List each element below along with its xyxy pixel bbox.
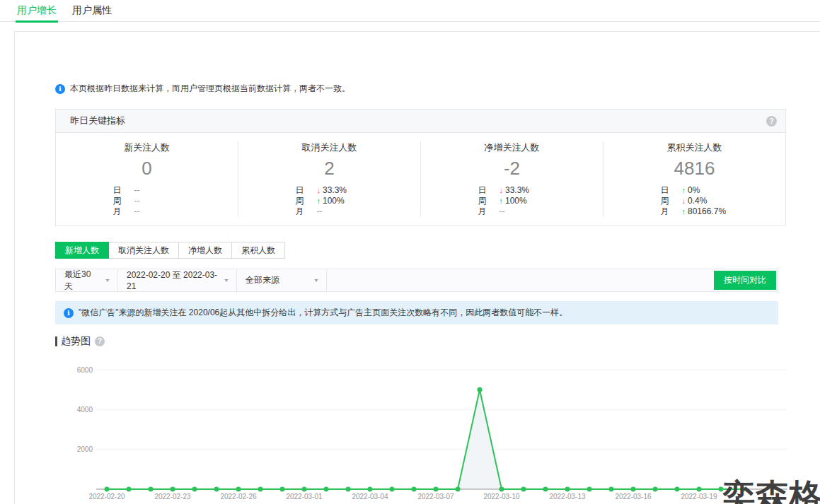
data-point: [280, 487, 285, 492]
period-dropdown[interactable]: 最近30天 ▼: [56, 269, 118, 291]
tab-user-attributes[interactable]: 用户属性: [72, 1, 112, 21]
trend-value: ↑80166.7%: [682, 206, 727, 217]
data-point: [346, 487, 351, 492]
data-point: [543, 487, 548, 492]
arrow-down-icon: ↓: [317, 186, 321, 194]
metric-tab-3[interactable]: 累积人数: [231, 242, 285, 259]
trend-value: ↓33.3%: [317, 185, 347, 196]
trend-period-label: 月: [478, 206, 499, 217]
x-tick-label: 2022-02-23: [154, 493, 191, 500]
content-panel: i 本页根据昨日数据来计算，而用户管理页根据当前数据计算，两者不一致。 昨日关键…: [14, 31, 820, 504]
metric-label: 取消关注人数: [238, 141, 420, 154]
metric-tab-1[interactable]: 取消关注人数: [108, 242, 179, 259]
data-point: [171, 487, 175, 492]
arrow-up-icon: ↑: [317, 197, 321, 205]
trend-value: ↑100%: [317, 196, 345, 206]
metric-trend-row: 周--: [113, 196, 181, 206]
chevron-down-icon: ▼: [224, 278, 229, 283]
top-tabbar: 用户增长 用户属性: [0, 0, 820, 22]
metric-value: 0: [56, 157, 238, 180]
banner-text: "微信广告"来源的新增关注在 2020/06起从其他中拆分给出，计算方式与广告主…: [79, 307, 567, 319]
x-tick-label: 2022-03-07: [417, 493, 454, 500]
metric-trend-row: 月↑80166.7%: [661, 206, 729, 217]
trend-chart-svg: 2000400060002022-02-202022-02-232022-02-…: [57, 359, 793, 504]
x-tick-label: 2022-03-04: [352, 493, 388, 500]
data-point: [609, 487, 614, 492]
trend-value: --: [134, 206, 140, 217]
watermark: 奕森格: [722, 479, 820, 504]
metric-trend-row: 月--: [113, 206, 181, 217]
metric-label: 累积关注人数: [604, 141, 785, 154]
metric-card: 净增关注人数-2日↓33.3%周↑100%月--: [421, 141, 604, 217]
metric-value: 4816: [604, 157, 785, 180]
data-point: [697, 487, 702, 492]
metric-trend-rows: 日↓33.3%周↑100%月--: [478, 185, 546, 217]
data-point: [675, 487, 680, 492]
metric-trend-row: 日↑0%: [661, 185, 729, 196]
data-point: [105, 487, 110, 492]
date-range-dropdown[interactable]: 2022-02-20 至 2022-03-21 ▼: [118, 269, 237, 291]
data-point: [236, 487, 241, 492]
trend-value: --: [134, 185, 140, 196]
metric-trend-row: 周↑100%: [478, 196, 546, 206]
chevron-down-icon: ▼: [105, 278, 110, 283]
trend-value: ↓33.3%: [499, 185, 530, 196]
arrow-up-icon: ↑: [499, 197, 504, 205]
trend-period-label: 周: [113, 196, 134, 206]
compare-by-time-button[interactable]: 按时间对比: [714, 271, 776, 290]
help-icon[interactable]: ?: [95, 336, 105, 346]
metrics-body: 新关注人数0日--周--月--取消关注人数2日↓33.3%周↑100%月--净增…: [56, 133, 785, 225]
metric-label: 净增关注人数: [421, 141, 603, 154]
x-tick-label: 2022-03-19: [681, 493, 717, 500]
tab-user-growth[interactable]: 用户增长: [17, 1, 57, 21]
metric-trend-row: 日↓33.3%: [478, 185, 546, 196]
help-icon[interactable]: ?: [766, 116, 777, 127]
data-point: [478, 387, 483, 392]
x-tick-label: 2022-03-13: [549, 493, 586, 500]
metric-card: 新关注人数0日--周--月--: [56, 141, 238, 217]
metric-tab-2[interactable]: 净增人数: [178, 242, 232, 259]
metric-trend-row: 周↑100%: [296, 196, 364, 206]
data-point: [434, 487, 439, 492]
metric-tab-0[interactable]: 新增人数: [55, 242, 109, 259]
metric-trend-row: 日--: [113, 185, 181, 196]
trend-period-label: 月: [296, 206, 317, 217]
arrow-up-icon: ↑: [682, 207, 686, 216]
arrow-down-icon: ↓: [682, 197, 686, 205]
x-tick-label: 2022-02-20: [88, 493, 125, 500]
metrics-panel-title: 昨日关键指标: [70, 115, 125, 127]
arrow-up-icon: ↑: [682, 186, 686, 194]
trend-period-label: 月: [661, 206, 682, 217]
date-range-label: 2022-02-20 至 2022-03-21: [127, 269, 218, 291]
trend-period-label: 周: [296, 196, 317, 206]
source-dropdown[interactable]: 全部来源 ▼: [237, 269, 327, 291]
x-tick-label: 2022-03-10: [483, 493, 520, 500]
trend-value: --: [317, 206, 323, 217]
data-point: [302, 487, 307, 492]
data-point: [499, 487, 504, 492]
metric-trend-rows: 日↓33.3%周↑100%月--: [296, 185, 364, 217]
data-point: [149, 487, 154, 492]
trend-chart: 2000400060002022-02-202022-02-232022-02-…: [57, 359, 820, 504]
data-notice: i 本页根据昨日数据来计算，而用户管理页根据当前数据计算，两者不一致。: [55, 83, 820, 95]
source-dropdown-label: 全部来源: [246, 274, 279, 286]
data-point: [324, 487, 329, 492]
data-point: [631, 487, 636, 492]
trend-value: ↑100%: [499, 196, 527, 206]
data-point: [214, 487, 219, 492]
trend-value: ↓0.4%: [682, 196, 708, 206]
trend-section-header: 趋势图 ?: [55, 335, 820, 348]
data-point: [521, 487, 526, 492]
data-point: [412, 487, 417, 492]
trend-period-label: 月: [113, 206, 134, 217]
series-area: [107, 389, 743, 489]
trend-period-label: 日: [661, 185, 682, 196]
key-metrics-panel: 昨日关键指标 ? 新关注人数0日--周--月--取消关注人数2日↓33.3%周↑…: [55, 109, 786, 226]
y-tick-label: 2000: [77, 445, 93, 453]
metric-trend-row: 周↓0.4%: [661, 196, 729, 206]
data-point: [258, 487, 263, 492]
data-point: [653, 487, 658, 492]
metric-card: 取消关注人数2日↓33.3%周↑100%月--: [238, 141, 421, 217]
trend-period-label: 日: [113, 185, 134, 196]
trend-period-label: 日: [478, 185, 499, 196]
